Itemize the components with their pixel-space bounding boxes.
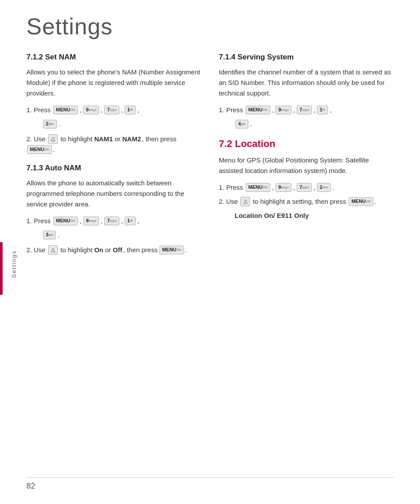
step-712-2-label: 2. Use <box>26 134 45 144</box>
section-712-step1: 1. Press MENU OK , 9 wxyz , 7 pqrs , 1 ✉… <box>26 105 201 115</box>
key-9wxyz-4: 9 wxyz <box>276 183 291 191</box>
section-713-step1b: 3 def . <box>26 230 201 240</box>
key-3def: 3 def <box>43 231 56 239</box>
step-712-2-text1: to highlight <box>60 134 92 144</box>
step-72-2-text1: to highlight a setting, then press <box>253 196 346 207</box>
step-72-1-label: 1. Press <box>219 182 243 193</box>
sidebar-container: Settings <box>0 132 13 396</box>
key-1-3: 1 ✉ <box>317 106 328 114</box>
section-713-step2: 2. Use △ to highlight On or Off , then p… <box>26 245 201 255</box>
section-713: 7.1.3 Auto NAM Allows the phone to autom… <box>26 164 201 255</box>
key-menu-ok-7: MENU OK <box>349 197 373 206</box>
sidebar-label: Settings <box>11 250 17 278</box>
section-714: 7.1.4 Serving System Identifies the chan… <box>219 53 394 129</box>
key-9wxyz-3: 9 wxyz <box>276 106 291 114</box>
page-number: 82 <box>26 482 35 491</box>
step-712-2-nam1: NAM1 <box>94 134 113 144</box>
section-72-title: 7.2 Location <box>219 138 394 150</box>
step-713-2-then: , then press <box>123 245 158 255</box>
step-712-2-or: or <box>114 134 120 144</box>
key-4ghi: 4 ghi <box>236 120 248 128</box>
step-72-2-label: 2. Use <box>219 196 238 207</box>
step-713-2-off: Off <box>113 245 122 255</box>
section-714-step1b: 4 ghi . <box>219 119 394 129</box>
key-menu-ok-1: MENU OK <box>53 106 78 114</box>
sidebar-bar <box>0 242 3 295</box>
left-column: 7.1.2 Set NAM Allows you to select the p… <box>26 53 201 259</box>
step-712-2-nam2: NAM2 <box>122 134 141 144</box>
step-713-2-on: On <box>94 245 103 255</box>
section-714-title: 7.1.4 Serving System <box>219 53 394 62</box>
key-9wxyz-1: 9 wxyz <box>83 106 99 114</box>
key-2abc-2: 2 abc <box>317 183 331 191</box>
step-712-2-then: , then press <box>142 134 176 144</box>
key-2abc-1: 2 abc <box>43 120 57 128</box>
section-712-body: Allows you to select the phone's NAM (Nu… <box>26 67 201 99</box>
content-area: 7.1.2 Set NAM Allows you to select the p… <box>0 48 420 276</box>
nav-up-icon-1: △ <box>48 134 58 144</box>
section-72-step2-extra: Location On/ E911 Only <box>219 210 394 221</box>
step-713-2-text1: to highlight <box>60 245 92 255</box>
section-712-title: 7.1.2 Set NAM <box>26 53 201 62</box>
key-menu-ok-3: MENU OK <box>53 217 78 225</box>
key-7pqrs-2: 7 pqrs <box>104 217 119 225</box>
section-712-step1b: 2 abc . <box>26 119 201 129</box>
nav-up-icon-3: △ <box>240 197 250 206</box>
key-9wxyz-2: 9 wxyz <box>83 217 99 225</box>
page-title: Settings <box>0 0 420 48</box>
step-713-2-label: 2. Use <box>26 245 45 255</box>
key-7pqrs-1: 7 pqrs <box>104 106 119 114</box>
section-72: 7.2 Location Menu for GPS (Global Positi… <box>219 138 394 221</box>
section-72-step2: 2. Use △ to highlight a setting, then pr… <box>219 196 394 207</box>
key-1-1: 1 ✉ <box>125 106 136 114</box>
section-712-step2: 2. Use △ to highlight NAM1 or NAM2 , the… <box>26 134 201 155</box>
bottom-line <box>26 477 394 478</box>
key-1-2: 1 ✉ <box>125 217 136 225</box>
key-menu-ok-5: MENU OK <box>246 106 270 114</box>
key-menu-ok-4: MENU OK <box>159 246 184 254</box>
step-713-2-or: or <box>105 245 111 255</box>
step-714-1-label: 1. Press <box>219 105 243 115</box>
right-column: 7.1.4 Serving System Identifies the chan… <box>219 53 394 259</box>
key-7pqrs-3: 7 pqrs <box>297 106 312 114</box>
section-72-body: Menu for GPS (Global Positioning System:… <box>219 155 394 176</box>
section-714-body: Identifies the channel number of a syste… <box>219 67 394 99</box>
step-712-1-label: 1. Press <box>26 105 51 115</box>
step-713-1-label: 1. Press <box>26 216 51 226</box>
section-713-body: Allows the phone to automatically switch… <box>26 178 201 210</box>
key-menu-ok-6: MENU OK <box>246 183 270 191</box>
section-713-title: 7.1.3 Auto NAM <box>26 164 201 173</box>
section-712: 7.1.2 Set NAM Allows you to select the p… <box>26 53 201 155</box>
nav-up-icon-2: △ <box>48 245 58 255</box>
section-714-step1: 1. Press MENU OK , 9 wxyz , 7 pqrs , 1 ✉… <box>219 105 394 115</box>
step-72-location-options: Location On/ E911 Only <box>235 210 309 221</box>
key-7pqrs-4: 7 pqrs <box>297 183 312 191</box>
section-72-step1: 1. Press MENU OK , 9 wxyz , 7 pqrs , 2 a… <box>219 182 394 193</box>
key-menu-ok-2: MENU OK <box>27 145 52 154</box>
section-713-step1: 1. Press MENU OK , 9 wxyz , 7 pqrs , 1 ✉… <box>26 216 201 226</box>
